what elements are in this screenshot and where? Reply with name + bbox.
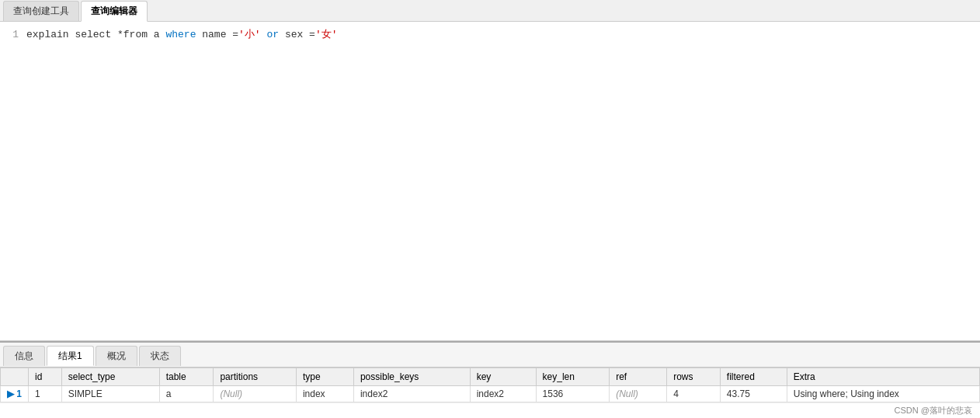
col-table: table: [159, 368, 214, 386]
col-ref: ref: [610, 368, 667, 386]
sql-name-eq: name =: [196, 29, 238, 40]
col-type: type: [296, 368, 353, 386]
col-indicator: [1, 368, 29, 386]
result-tab-bar: 信息 结果1 概况 状态: [0, 343, 980, 367]
col-rows: rows: [667, 368, 721, 386]
tab-query-builder[interactable]: 查询创建工具: [3, 1, 79, 21]
col-partitions: partitions: [214, 368, 297, 386]
bottom-panel: 信息 结果1 概况 状态 id select_type table partit…: [0, 341, 980, 418]
line-num-1: 1: [5, 26, 19, 44]
sql-or: or: [261, 29, 285, 40]
col-key-len: key_len: [536, 368, 610, 386]
cell-rows: 4: [667, 386, 721, 402]
sql-where: where: [165, 29, 196, 40]
result-table: id select_type table partitions type pos…: [0, 367, 980, 402]
cell-id: 1: [29, 386, 62, 402]
table-row: ▶ 1 1 SIMPLE a (Null) index index2 index…: [1, 386, 980, 402]
col-possible-keys: possible_keys: [353, 368, 470, 386]
data-table-wrapper: id select_type table partitions type pos…: [0, 367, 980, 402]
tab-query-editor[interactable]: 查询编辑器: [81, 1, 148, 22]
table-header-row: id select_type table partitions type pos…: [1, 368, 980, 386]
result-tab-status[interactable]: 状态: [139, 346, 181, 366]
cell-possible-keys: index2: [353, 386, 470, 402]
top-tab-bar: 查询创建工具 查询编辑器: [0, 0, 980, 22]
result-tab-info[interactable]: 信息: [3, 346, 45, 366]
cell-type: index: [296, 386, 353, 402]
col-id: id: [29, 368, 62, 386]
col-filtered: filtered: [720, 368, 787, 386]
sql-val-xiao: '小': [238, 29, 261, 40]
footer-text: CSDN @落叶的悲哀: [895, 406, 972, 415]
col-extra: Extra: [787, 368, 979, 386]
sql-sex-eq: sex =: [285, 29, 315, 40]
sql-code-line: explain select *from a where name ='小' o…: [23, 26, 338, 44]
col-key: key: [470, 368, 536, 386]
result-tab-result1[interactable]: 结果1: [47, 346, 94, 366]
sql-editor-area: 1 explain select *from a where name ='小'…: [0, 22, 980, 341]
sql-explain: explain select *from a: [26, 29, 165, 40]
cell-extra: Using where; Using index: [787, 386, 979, 402]
cell-key-len: 1536: [536, 386, 610, 402]
cell-ref: (Null): [610, 386, 667, 402]
result-tab-overview[interactable]: 概况: [96, 346, 137, 366]
row-indicator: ▶ 1: [1, 386, 29, 402]
cell-select-type: SIMPLE: [61, 386, 159, 402]
cell-key: index2: [470, 386, 536, 402]
cell-table: a: [159, 386, 214, 402]
cell-partitions: (Null): [214, 386, 297, 402]
footer: CSDN @落叶的悲哀: [0, 402, 980, 418]
line-number: 1: [0, 26, 23, 44]
col-select-type: select_type: [61, 368, 159, 386]
sql-val-nv: '女': [315, 29, 338, 40]
editor-content: 1 explain select *from a where name ='小'…: [0, 26, 980, 44]
cell-filtered: 43.75: [720, 386, 787, 402]
